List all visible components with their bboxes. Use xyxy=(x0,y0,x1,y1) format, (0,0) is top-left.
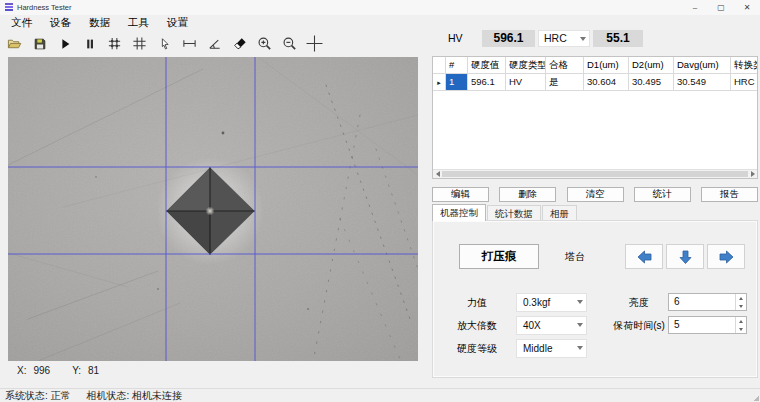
resize-grip[interactable] xyxy=(752,394,759,401)
chevron-down-icon xyxy=(577,323,583,327)
spinner-buttons[interactable] xyxy=(735,317,746,333)
tab-album[interactable]: 相册 xyxy=(542,205,577,221)
row-selector-marker[interactable]: ▸ xyxy=(433,74,446,91)
pause-icon[interactable] xyxy=(77,33,102,55)
turret-label: 塔台 xyxy=(565,250,585,264)
menu-item-device[interactable]: 设备 xyxy=(41,16,80,30)
minimize-button[interactable]: – xyxy=(682,0,708,15)
header-davg: Davg(um) xyxy=(674,57,731,74)
open-icon[interactable] xyxy=(2,33,27,55)
tab-machine-control[interactable]: 机器控制 xyxy=(432,204,486,221)
calibrate-icon[interactable] xyxy=(102,33,127,55)
header-hardness-value: 硬度值 xyxy=(468,57,506,74)
dwell-time-value: 5 xyxy=(674,319,680,330)
measure-angle-icon[interactable] xyxy=(202,33,227,55)
zoom-in-icon[interactable] xyxy=(252,33,277,55)
measure-length-icon[interactable] xyxy=(177,33,202,55)
scroll-left-icon[interactable] xyxy=(433,170,442,178)
window-title: Hardness Tester xyxy=(17,3,71,12)
crosshair-icon[interactable] xyxy=(302,33,327,55)
clear-button[interactable]: 清空 xyxy=(567,187,624,202)
menu-item-settings[interactable]: 设置 xyxy=(158,16,197,30)
spin-down-icon[interactable] xyxy=(736,325,746,333)
grid-icon[interactable] xyxy=(127,33,152,55)
force-select[interactable]: 0.3kgf xyxy=(516,293,587,312)
magnification-value: 40X xyxy=(523,320,541,331)
brightness-value: 6 xyxy=(674,296,680,307)
cell-index[interactable]: 1 xyxy=(446,74,468,91)
scroll-right-icon[interactable] xyxy=(748,170,757,178)
menu-item-data[interactable]: 数据 xyxy=(80,16,119,30)
header-pass: 合格 xyxy=(546,57,584,74)
brightness-stepper[interactable]: 6 xyxy=(668,293,747,311)
menu-item-tools[interactable]: 工具 xyxy=(119,16,158,30)
dwell-time-stepper[interactable]: 5 xyxy=(668,316,747,334)
camera-viewport[interactable] xyxy=(8,57,418,361)
cursor-coordinates: X: 996 Y: 81 xyxy=(17,365,121,376)
turret-down-button[interactable] xyxy=(666,244,704,269)
cell-hardness-value[interactable]: 596.1 xyxy=(468,74,506,91)
tab-statistics[interactable]: 统计数据 xyxy=(487,205,541,221)
coord-x-value: 996 xyxy=(33,365,50,376)
camera-status: 相机状态: 相机未连接 xyxy=(87,389,183,402)
hardness-level-label: 硬度等级 xyxy=(441,342,513,356)
hardness-readouts: HV 596.1 HRC 55.1 xyxy=(432,30,758,47)
stats-button[interactable]: 统计 xyxy=(634,187,691,202)
hardness-level-select[interactable]: Middle xyxy=(516,339,587,358)
scrollbar-thumb[interactable] xyxy=(442,171,748,177)
cell-d1[interactable]: 30.604 xyxy=(584,74,629,91)
cell-pass[interactable]: 是 xyxy=(546,74,584,91)
turret-left-button[interactable] xyxy=(625,244,663,269)
save-icon[interactable] xyxy=(27,33,52,55)
results-table: # 硬度值 硬度类型 合格 D1(um) D2(um) Davg(um) 转换类… xyxy=(432,56,758,179)
spin-down-icon[interactable] xyxy=(736,302,746,310)
cell-d2[interactable]: 30.495 xyxy=(629,74,674,91)
table-header-row: # 硬度值 硬度类型 合格 D1(um) D2(um) Davg(um) 转换类… xyxy=(433,57,757,74)
arrow-right-icon xyxy=(718,250,735,264)
cursor-icon[interactable] xyxy=(152,33,177,55)
delete-button[interactable]: 删除 xyxy=(499,187,556,202)
spin-up-icon[interactable] xyxy=(736,317,746,325)
magnification-label: 放大倍数 xyxy=(441,319,513,333)
header-selector xyxy=(433,57,446,74)
play-icon[interactable] xyxy=(52,33,77,55)
close-button[interactable]: ✕ xyxy=(734,0,760,15)
turret-right-button[interactable] xyxy=(707,244,745,269)
tab-bar: 机器控制 统计数据 相册 xyxy=(432,204,758,221)
table-horizontal-scrollbar[interactable] xyxy=(433,169,757,178)
machine-control-panel: 打压痕 塔台 力值 0.3kgf 亮度 6 放大倍数 40X 保荷时间(s) 5… xyxy=(432,220,758,378)
chevron-down-icon xyxy=(577,346,583,350)
system-status: 系统状态: 正常 xyxy=(5,389,71,402)
header-hardness-type: 硬度类型 xyxy=(506,57,546,74)
conversion-value-display: 55.1 xyxy=(593,30,643,47)
conversion-unit-select[interactable]: HRC xyxy=(538,30,590,47)
menu-item-file[interactable]: 文件 xyxy=(2,16,41,30)
edit-button[interactable]: 编辑 xyxy=(432,187,489,202)
magnification-select[interactable]: 40X xyxy=(516,316,587,335)
eraser-icon[interactable] xyxy=(227,33,252,55)
arrow-left-icon xyxy=(636,250,653,264)
chevron-down-icon xyxy=(577,300,583,304)
header-d2: D2(um) xyxy=(629,57,674,74)
action-button-row: 编辑 删除 清空 统计 报告 xyxy=(432,187,758,202)
force-label: 力值 xyxy=(441,296,513,310)
make-indent-button[interactable]: 打压痕 xyxy=(459,244,539,269)
force-value: 0.3kgf xyxy=(523,297,550,308)
brightness-label: 亮度 xyxy=(605,296,673,310)
conversion-unit-value: HRC xyxy=(544,32,567,44)
hardness-level-value: Middle xyxy=(523,343,552,354)
hv-label: HV xyxy=(448,32,463,44)
cell-davg[interactable]: 30.549 xyxy=(674,74,731,91)
report-button[interactable]: 报告 xyxy=(701,187,758,202)
hv-value-display: 596.1 xyxy=(482,30,535,47)
cell-conversion-type[interactable]: HRC xyxy=(731,74,758,91)
table-row[interactable]: ▸ 1 596.1 HV 是 30.604 30.495 30.549 HRC xyxy=(433,74,757,91)
cell-hardness-type[interactable]: HV xyxy=(506,74,546,91)
maximize-button[interactable]: ▢ xyxy=(708,0,734,15)
chevron-down-icon xyxy=(580,37,586,41)
spin-up-icon[interactable] xyxy=(736,294,746,302)
header-index: # xyxy=(446,57,468,74)
spinner-buttons[interactable] xyxy=(735,294,746,310)
coord-y-label: Y: xyxy=(72,365,81,376)
zoom-out-icon[interactable] xyxy=(277,33,302,55)
